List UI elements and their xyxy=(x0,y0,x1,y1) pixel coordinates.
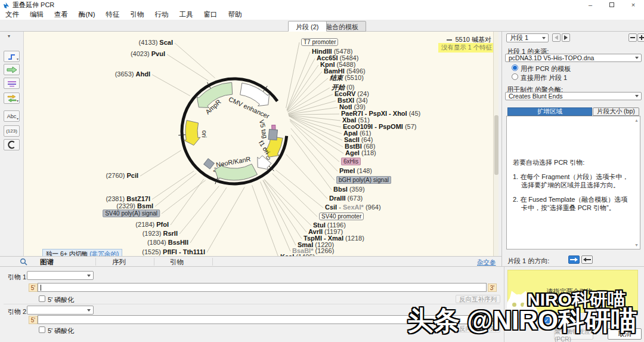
map-site-label[interactable]: SV40 promoter xyxy=(319,213,364,220)
source-select-value: pcDNA3.1D V5-His-TOPO.dna xyxy=(509,54,594,61)
map-site-label[interactable]: (1923) RsrII xyxy=(143,230,178,237)
map-scrollbar-thumb[interactable] xyxy=(494,115,499,175)
primer2-phosphorylated-checkbox[interactable] xyxy=(39,326,45,333)
show-numbers-button[interactable]: (123) xyxy=(4,125,20,137)
map-toolbar: ▾ ▾ ▾ Abc▾ (123) xyxy=(0,32,24,256)
abc-icon: Abc xyxy=(7,113,17,119)
hidden-features-notice[interactable]: 没有显示 1 个特征 xyxy=(438,43,495,53)
map-site-label[interactable]: (3653) AhdI xyxy=(115,71,150,78)
primer2-phosphorylated-label: 5' 磷酸化 xyxy=(48,326,74,335)
map-site-label[interactable]: 6xHis xyxy=(341,158,361,165)
site-text: (4023) xyxy=(131,50,151,57)
show-primers-button[interactable] xyxy=(4,78,20,89)
primer1-label: 引物 1: xyxy=(8,273,28,282)
map-site-label[interactable]: PmeI (148) xyxy=(339,168,372,174)
menu-item[interactable]: 酶(N) xyxy=(73,10,100,19)
site-text: AgeI xyxy=(345,149,360,156)
map-site-label[interactable]: T7 promoter xyxy=(301,39,338,45)
map-site-label[interactable]: DraIII (673) xyxy=(329,195,363,202)
site-text: (118) xyxy=(360,149,376,156)
map-site-label[interactable]: (4133) ScaI xyxy=(139,39,174,46)
fragment-select[interactable]: 片段 1 xyxy=(506,33,549,42)
radio-use-as-template[interactable] xyxy=(512,64,518,71)
map-site-label[interactable]: bGH poly(A) signal xyxy=(336,177,391,183)
add-fragment-button[interactable] xyxy=(637,33,644,42)
site-text: (1218) xyxy=(343,235,364,242)
overlap-extension-pcr-window: { "window": { "title": "重叠延伸 PCR" }, "me… xyxy=(0,0,644,342)
show-orfs-button[interactable]: ▾ xyxy=(4,93,20,104)
scroll-up-icon[interactable]: ▲ xyxy=(634,118,639,122)
primer1-phosphorylated-checkbox[interactable] xyxy=(39,295,45,302)
view-tab-1[interactable]: 图谱 xyxy=(40,258,54,267)
close-button[interactable]: × xyxy=(623,0,644,10)
menu-item[interactable]: 文件 xyxy=(0,10,24,19)
scroll-down-icon[interactable]: ▼ xyxy=(634,243,639,247)
primer1-select[interactable] xyxy=(27,271,94,280)
show-translations-button[interactable]: Abc▾ xyxy=(4,110,20,122)
direction-forward-button[interactable] xyxy=(568,255,580,264)
map-site-label[interactable]: SV40 poly(A) signal xyxy=(103,210,160,217)
menu-item[interactable]: 行动 xyxy=(149,10,174,19)
site-text: (673) xyxy=(346,195,363,202)
map-site-label[interactable]: (2184) PfoI xyxy=(135,221,169,228)
direction-reverse-button[interactable] xyxy=(581,255,593,264)
prev-fragment-button[interactable] xyxy=(552,33,561,42)
map-site-label[interactable]: BbsI (359) xyxy=(333,186,365,193)
primer1-sequence-input[interactable] xyxy=(38,283,487,292)
menu-item[interactable]: 工具 xyxy=(174,10,198,19)
primer1-3prime-chip: 3' xyxy=(488,284,497,292)
unique-cutters-text: 独一 6+ 内切酶 xyxy=(46,250,89,256)
map-site-label[interactable]: CsiI - SexAI* (964) xyxy=(325,204,381,211)
fragment-panel: 片段 1 片段 1 的来源: pcDNA3.1D V5-His-TOPO.dna… xyxy=(501,32,644,266)
polymerase-select[interactable]: Creates Blunt Ends xyxy=(505,92,642,100)
menu-item[interactable]: 引物 xyxy=(125,10,149,19)
toolbar-collapse-icon[interactable]: ▾ xyxy=(8,33,10,39)
maximize-button[interactable] xyxy=(601,0,623,10)
tab-fragment-size[interactable]: 片段大小 (bp) xyxy=(593,107,639,116)
view-tab-2[interactable]: 序列 xyxy=(112,258,126,267)
map-site-label[interactable]: (1804) BssHII xyxy=(147,239,188,246)
show-features-button[interactable] xyxy=(4,64,20,75)
non-redundant-link[interactable]: (非冗余的) xyxy=(89,250,119,256)
menu-item[interactable]: 窗口 xyxy=(198,10,222,19)
site-text: ScaI xyxy=(159,39,173,46)
menu-item[interactable]: 查看 xyxy=(49,10,73,19)
map-site-label[interactable]: (2381) BstZ17I xyxy=(106,196,150,202)
minimize-button[interactable]: – xyxy=(580,0,601,10)
next-fragment-button[interactable] xyxy=(562,33,570,42)
remove-fragment-button[interactable] xyxy=(628,33,637,42)
title-bar: 重叠延伸 PCR – × xyxy=(0,0,644,10)
plasmid-map[interactable]: 10002000300040005000AmpRCMV enhancerf1 o… xyxy=(24,32,499,256)
site-text: (5510) xyxy=(343,74,364,81)
map-site-label[interactable]: (4023) PvuI xyxy=(131,51,165,57)
site-text: BbsI xyxy=(333,186,348,193)
instructions-box: ▲ ▼ 若要自动选择 PCR 引物: 1. 在每个 Fragment（片段）选项… xyxy=(506,116,640,249)
map-site-label[interactable]: (2760) PciI xyxy=(106,172,138,179)
site-text: (1923) xyxy=(143,230,163,237)
menu-item[interactable]: 特征 xyxy=(100,10,125,19)
search-icon[interactable] xyxy=(20,258,27,266)
primer2-select[interactable] xyxy=(27,306,94,315)
menu-item[interactable]: 编辑 xyxy=(24,10,49,19)
map-site-label[interactable]: (1525) PflFI - Tth111I xyxy=(142,249,205,255)
show-enzymes-button[interactable]: ▾ xyxy=(4,51,20,62)
view-tab-3[interactable]: 引物 xyxy=(170,258,184,267)
map-site-label[interactable]: AgeI (118) xyxy=(345,150,376,156)
menu-item[interactable]: 帮助 xyxy=(222,10,247,19)
unique-cutters-badge[interactable]: 独一 6+ 内切酶 (非冗余的) xyxy=(42,249,122,256)
map-scrollbar[interactable] xyxy=(493,32,499,256)
site-text: (4133) xyxy=(139,39,160,46)
map-site-label[interactable]: (2329) BsmI xyxy=(116,203,153,209)
primer1-revcomp-button[interactable]: 反向互补序列 xyxy=(456,295,500,303)
site-text: (2381) xyxy=(106,195,126,202)
source-select[interactable]: pcDNA3.1D V5-His-TOPO.dna xyxy=(505,54,642,62)
radio-use-directly[interactable] xyxy=(512,73,518,80)
circular-view-button[interactable] xyxy=(4,139,20,150)
map-site-label[interactable]: 结束 (5510) xyxy=(330,75,364,81)
tab-fragments[interactable]: 片段 (2) xyxy=(288,21,327,32)
fragment-tab-row: 片段 (2) 融合的模板 xyxy=(0,20,644,32)
tab-amplified-region[interactable]: 扩增区域 xyxy=(507,107,592,116)
direction-label: 片段 1 的方向: xyxy=(507,257,549,266)
instruction-step-2: 2. 在 Fused Template（融合模板）选项卡中，按“选择重叠 PCR… xyxy=(513,195,631,212)
feature-arrow-icon xyxy=(7,66,17,73)
